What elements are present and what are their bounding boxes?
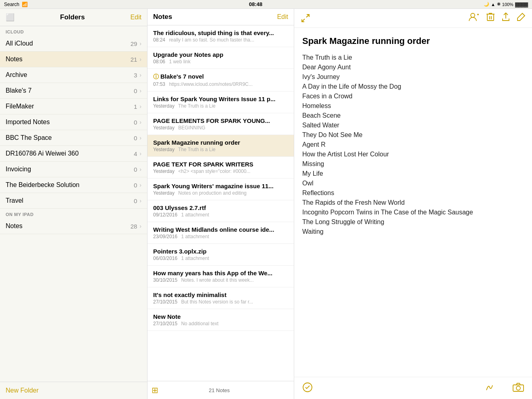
sidebar: ⬜ Folders Edit ICLOUD All iCloud 29 › No…: [0, 9, 148, 399]
status-right: 🌙 ▲ ❋ 100% ▓▓▓▓: [484, 2, 528, 7]
checklist-icon[interactable]: [302, 382, 313, 394]
detail-toolbar-right: [468, 12, 526, 24]
status-time: 08:48: [249, 1, 262, 7]
sidebar-header: ⬜ Folders Edit: [0, 9, 147, 26]
expand-icon[interactable]: [301, 13, 310, 23]
location-icon: ▲: [491, 2, 495, 7]
sidebar-toggle-icon[interactable]: ⬜: [6, 13, 15, 22]
notes-list: Notes Edit The ridiculous, stupid thing …: [148, 9, 294, 399]
icloud-section-header: ICLOUD: [0, 26, 147, 36]
share-icon[interactable]: [501, 12, 510, 24]
sidebar-item-invoicing[interactable]: Invoicing 0 ›: [0, 162, 147, 177]
notes-list-items: The ridiculous, stupid thing is that eve…: [148, 25, 294, 381]
sidebar-title: Folders: [60, 13, 85, 21]
list-item: Faces in a Crowd: [302, 91, 524, 101]
list-item: Homeless: [302, 101, 524, 111]
list-item: Salted Water: [302, 121, 524, 130]
sidebar-item-bbc[interactable]: BBC The Space 0 ›: [0, 130, 147, 146]
list-item: The Long Struggle of Writing: [302, 217, 524, 227]
notes-footer: ⊞ 21 Notes: [148, 381, 294, 399]
list-item: Agent R: [302, 140, 524, 150]
wifi-icon: 📶: [22, 2, 28, 7]
note-detail-header: [294, 9, 532, 28]
svg-line-0: [306, 15, 309, 17]
moon-icon: 🌙: [484, 2, 489, 7]
ipad-section-header: ON MY IPAD: [0, 209, 147, 218]
bluetooth-icon: ❋: [497, 2, 501, 7]
notes-list-edit-button[interactable]: Edit: [277, 13, 288, 21]
add-person-icon[interactable]: [468, 12, 480, 24]
compose-icon[interactable]: [517, 12, 526, 24]
note-item-13[interactable]: New Note 27/10/2015 No additional text: [148, 309, 294, 331]
search-label: Search: [4, 2, 19, 7]
notes-count: 21 Notes: [158, 387, 280, 393]
sidebar-edit-button[interactable]: Edit: [130, 14, 141, 21]
status-left: Search 📶: [4, 2, 28, 7]
camera-icon[interactable]: [513, 382, 524, 394]
sidebar-item-filemaker[interactable]: FileMaker 1 ›: [0, 99, 147, 114]
sidebar-footer: New Folder: [0, 382, 147, 399]
grid-view-icon[interactable]: ⊞: [152, 385, 158, 395]
note-detail-title: Spark Magazine running order: [302, 36, 524, 46]
note-item-7[interactable]: Spark Young Writers' magazine issue 11..…: [148, 179, 294, 200]
sidebar-item-imported-notes[interactable]: Imported Notes 0 ›: [0, 114, 147, 130]
drawing-icon[interactable]: [484, 382, 495, 394]
list-item: They Do Not See Me: [302, 130, 524, 140]
note-item-12[interactable]: It's not exactly minimalist 27/10/2015 B…: [148, 287, 294, 309]
note-item-11[interactable]: How many years has this App of the We...…: [148, 266, 294, 287]
note-item-2[interactable]: ⓘBlake's 7 novel 07:53 https://www.iclou…: [148, 69, 294, 91]
info-icon: ⓘ: [153, 73, 159, 80]
list-item: The Truth is a Lie: [302, 53, 524, 62]
note-item-0[interactable]: The ridiculous, stupid thing is that eve…: [148, 25, 294, 47]
list-item: Incognito Popcorn Twins in The Case of t…: [302, 208, 524, 217]
note-detail-content: Spark Magazine running order The Truth i…: [294, 28, 532, 377]
note-detail-list: The Truth is a Lie Dear Agony Aunt Ivy's…: [302, 53, 524, 237]
list-item: Dear Agony Aunt: [302, 62, 524, 72]
sidebar-item-notes[interactable]: Notes 21 ›: [0, 52, 147, 67]
list-item: The Rapids of the Fresh New World: [302, 198, 524, 208]
sidebar-item-travel[interactable]: Travel 0 ›: [0, 193, 147, 209]
svg-line-1: [302, 19, 305, 22]
svg-point-10: [516, 386, 520, 390]
svg-rect-5: [487, 14, 494, 21]
sidebar-item-dr160786[interactable]: DR160786 Ai Weiwei 360 4 ›: [0, 146, 147, 162]
notes-list-header: Notes Edit: [148, 9, 294, 25]
detail-toolbar-left: [301, 13, 310, 23]
svg-point-2: [471, 13, 475, 17]
notes-list-title: Notes: [153, 13, 172, 21]
sidebar-item-blakes7[interactable]: Blake's 7 0 ›: [0, 83, 147, 99]
note-item-3[interactable]: Links for Spark Young Writers Issue 11 p…: [148, 91, 294, 113]
note-item-1[interactable]: Upgrade your Notes app 08:06 1 web link: [148, 47, 294, 69]
list-item: Ivy's Journey: [302, 72, 524, 82]
battery-label: 100%: [502, 2, 513, 7]
note-item-5[interactable]: Spark Magazine running order Yesterday T…: [148, 135, 294, 157]
list-item: A Day in the Life of Mossy the Dog: [302, 82, 524, 91]
note-item-10[interactable]: Pointers 3.oplx.zip 06/03/2016 1 attachm…: [148, 244, 294, 266]
note-item-9[interactable]: Writing West Midlands online course ide.…: [148, 222, 294, 244]
status-bar: Search 📶 08:48 🌙 ▲ ❋ 100% ▓▓▓▓: [0, 0, 532, 9]
list-item: How the Artist Lost Her Colour: [302, 150, 524, 159]
battery-icon: ▓▓▓▓: [515, 2, 528, 7]
sidebar-item-ipad-notes[interactable]: Notes 28 ›: [0, 218, 147, 234]
note-item-4[interactable]: PAGE ELEMENTS FOR SPARK YOUNG... Yesterd…: [148, 113, 294, 135]
list-item: My Life: [302, 169, 524, 179]
list-item: Missing: [302, 159, 524, 169]
new-folder-button[interactable]: New Folder: [6, 387, 39, 394]
list-item: Waiting: [302, 227, 524, 237]
list-item: Owl: [302, 179, 524, 188]
sidebar-item-beiderbecke[interactable]: The Beiderbecke Solution 0 ›: [0, 177, 147, 193]
note-detail: Spark Magazine running order The Truth i…: [294, 9, 532, 399]
sidebar-item-archive[interactable]: Archive 3 ›: [0, 67, 147, 83]
trash-icon[interactable]: [486, 12, 495, 24]
note-item-6[interactable]: PAGE TEXT FOR SPARK WRITERS Yesterday <h…: [148, 157, 294, 179]
main-layout: ⬜ Folders Edit ICLOUD All iCloud 29 › No…: [0, 9, 532, 399]
note-item-8[interactable]: 003 Ulysses 2.7.rtf 09/12/2016 1 attachm…: [148, 200, 294, 222]
list-item: Reflections: [302, 188, 524, 198]
note-detail-footer: [294, 377, 532, 399]
sidebar-item-all-icloud[interactable]: All iCloud 29 ›: [0, 36, 147, 52]
list-item: Beach Scene: [302, 111, 524, 121]
